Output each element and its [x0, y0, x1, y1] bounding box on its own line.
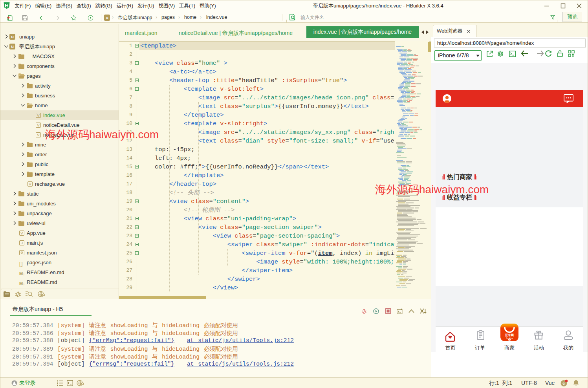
svg-text:Yamibuy: Yamibuy — [506, 337, 513, 339]
svg-text:亚米网: 亚米网 — [505, 333, 514, 337]
